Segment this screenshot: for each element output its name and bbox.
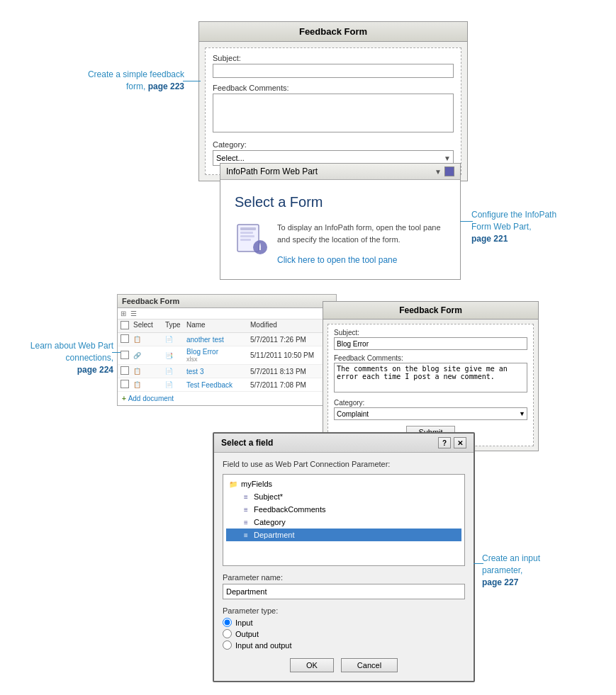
infopath-icon: i [235,222,269,256]
col-select: Select [133,321,165,331]
webpart-list-panel: Feedback Form ⊞ ☰ Select Type Name Modif… [117,294,337,406]
tree-item-department[interactable]: ≡ Department [226,529,461,541]
infopath-webpart-panel: InfoPath Form Web Part ▼ Select a Form i… [220,163,461,280]
annotation-2: Configure the InfoPathForm Web Part,page… [471,209,613,244]
radio-input[interactable] [223,618,232,627]
infopath-instructions: To display an InfoPath form, open the to… [277,222,446,265]
row2-subtitle: xlsx [186,356,250,363]
comments-label: Feedback Comments: [213,84,454,92]
panel2-checkbox-icon[interactable] [444,166,454,176]
panel1-body: Subject: Feedback Comments: Category: Se… [205,47,461,175]
annotation-3-text: Learn about Web Partconnections,page 224 [30,341,113,375]
cancel-button[interactable]: Cancel [341,658,398,672]
row3-name[interactable]: test 3 [186,368,250,375]
folder-icon: 📁 [228,478,239,490]
subject-input[interactable] [213,64,454,78]
dialog-field-description: Field to use as Web Part Connection Para… [223,460,465,468]
annotation-4: Create an inputparameter,page 227 [482,553,616,588]
comments-textarea[interactable] [213,94,454,132]
row4-name[interactable]: Test Feedback [186,381,250,389]
col-name: Name [186,321,250,331]
detail-comments-textarea[interactable]: The comments on the blog site give me an… [334,363,527,392]
detail-select-arrow: ▼ [519,410,525,417]
category-label: Category: [213,140,454,149]
detail-panel-body: Subject: Feedback Comments: The comments… [327,324,534,446]
annotation-1-text: Create a simple feedbackform, page 223 [88,69,184,91]
field-icon-subject: ≡ [240,491,252,502]
infopath-content: i To display an InfoPath form, open the … [235,222,446,265]
detail-subject-label: Subject: [334,329,527,337]
infopath-tool-pane-link[interactable]: Click here to open the tool pane [277,255,397,265]
parameter-name-section: Parameter name: [223,573,465,599]
annotation-3-line [112,352,121,353]
panel2-header: InfoPath Form Web Part ▼ [220,164,460,180]
dialog-titlebar: Select a field ? ✕ [214,434,474,453]
detail-category-label: Category: [334,399,527,407]
annotation-3: Learn about Web Partconnections,page 224 [0,340,113,375]
tree-item-category[interactable]: ≡ Category [226,516,461,529]
tree-item-subject[interactable]: ≡ Subject* [226,490,461,503]
table-row: 📋 📄 Test Feedback 5/7/2011 7:08 PM [118,378,336,392]
row1-icon: 📋 [133,336,165,343]
row4-icon: 📋 [133,381,165,388]
svg-text:i: i [259,242,261,252]
svg-rect-4 [240,239,251,241]
detail-subject-input[interactable] [334,337,527,350]
col-type: Type [165,321,186,331]
infopath-body-text: To display an InfoPath form, open the to… [277,222,446,245]
row3-modified: 5/7/2011 8:13 PM [250,368,333,375]
toolbar-icon: ⊞ [121,310,126,317]
list-panel-title: Feedback Form [118,295,336,308]
row3-type: 📄 [165,368,186,375]
radio-both-option: Input and output [223,640,465,650]
row4-cb [121,380,133,390]
dialog-close-button[interactable]: ✕ [454,437,466,448]
row2-name[interactable]: Blog Error [186,348,250,356]
field-icon-category: ≡ [240,516,252,528]
dialog-body: Field to use as Web Part Connection Para… [214,453,474,681]
row3-cb [121,366,133,376]
table-row: 📋 📄 test 3 5/7/2011 8:13 PM [118,365,336,378]
col-modified: Modified [250,321,333,331]
row2-type: 📑 [165,352,186,359]
tree-item-feedbackcomments[interactable]: ≡ FeedbackComments [226,503,461,516]
radio-output[interactable] [223,629,232,638]
annotation-1-line [183,81,201,81]
select-form-title: Select a Form [235,194,446,210]
panel2-dropdown-icon[interactable]: ▼ [435,168,442,176]
select-field-dialog: Select a field ? ✕ Field to use as Web P… [213,432,475,682]
add-document-link[interactable]: Add document [118,392,336,405]
svg-rect-3 [240,235,254,237]
tree-container[interactable]: 📁 myFields ≡ Subject* ≡ FeedbackComments… [223,474,465,566]
radio-both[interactable] [223,640,232,650]
radio-input-label: Input [235,618,252,627]
row2-name-col: Blog Error xlsx [186,348,250,363]
dialog-titlebar-controls: ? ✕ [438,437,466,448]
row1-modified: 5/7/2011 7:26 PM [250,336,333,344]
toolbar-icon2: ☰ [130,310,137,317]
param-name-input[interactable] [223,584,465,599]
dialog-buttons: OK Cancel [223,658,465,674]
detail-category-wrapper: Complaint ▼ [334,407,527,420]
col-cb [121,321,133,331]
row4-modified: 5/7/2011 7:08 PM [250,381,333,389]
row1-name[interactable]: another test [186,336,250,344]
panel2-title: InfoPath Form Web Part [226,166,318,176]
ok-button[interactable]: OK [290,658,334,672]
detail-category-select[interactable]: Complaint [334,407,527,420]
detail-panel-title: Feedback Form [323,302,538,320]
table-row: 🔗 📑 Blog Error xlsx 5/11/2011 10:50 PM [118,346,336,365]
dialog-help-button[interactable]: ? [438,437,451,448]
annotation-4-line [474,563,483,564]
tree-item-myfields[interactable]: 📁 myFields [226,478,461,490]
feedback-form-panel: Feedback Form Subject: Feedback Comments… [198,21,468,181]
dialog-title: Select a field [221,438,273,448]
panel2-controls: ▼ [435,166,454,176]
annotation-4-text: Create an inputparameter,page 227 [482,553,540,587]
tree-label-myfields: myFields [241,480,272,488]
parameter-type-section: Parameter type: Input Output Input and o… [223,606,465,650]
radio-input-option: Input [223,618,465,627]
annotation-2-line [460,221,473,222]
param-name-label: Parameter name: [223,573,465,582]
svg-rect-2 [240,232,253,234]
